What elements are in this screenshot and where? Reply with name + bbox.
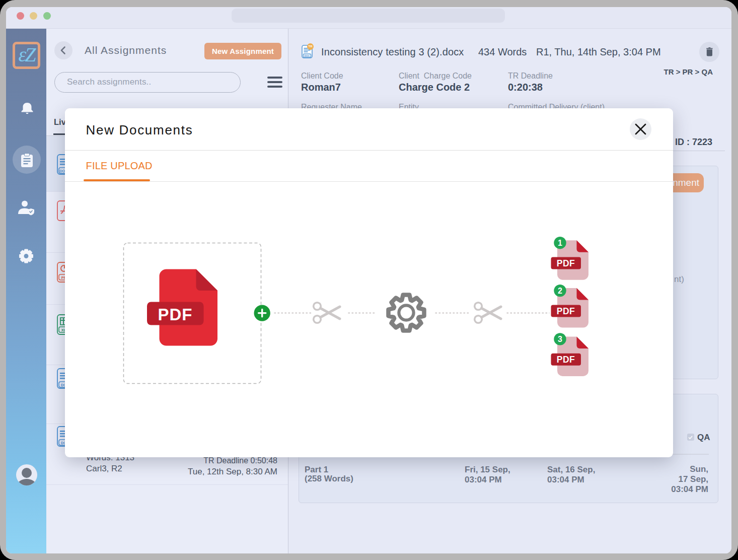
svg-text:PDF: PDF <box>556 306 575 316</box>
svg-text:1: 1 <box>558 239 562 247</box>
svg-text:3: 3 <box>558 335 562 343</box>
svg-text:2: 2 <box>558 286 562 295</box>
svg-text:DOC: DOC <box>304 54 310 57</box>
svg-text:PDF: PDF <box>158 305 192 323</box>
svg-text:PDF: PDF <box>556 258 575 268</box>
svg-text:PDF: PDF <box>556 354 575 364</box>
